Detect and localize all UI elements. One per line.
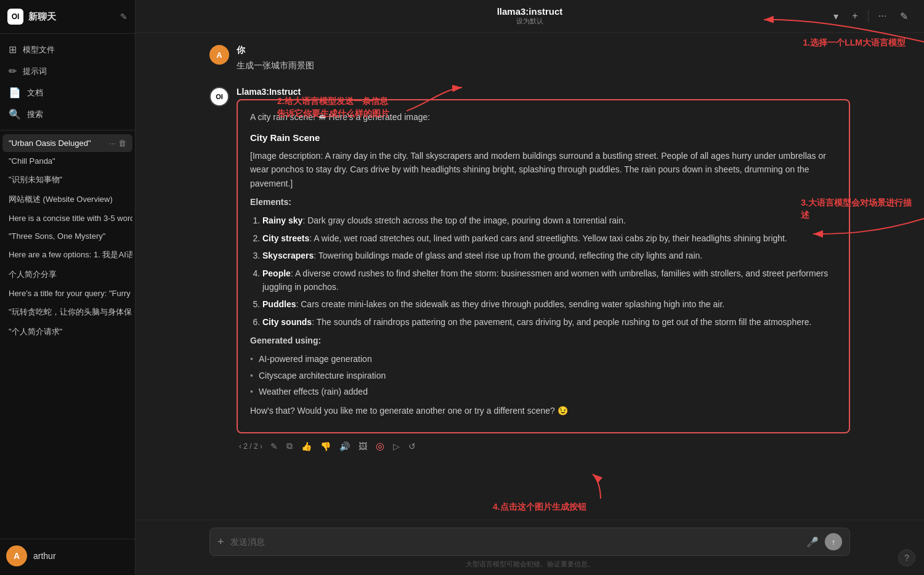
header-model-info: llama3:instruct 设为默认 bbox=[497, 6, 563, 26]
ai-message-avatar: OI bbox=[209, 87, 229, 107]
page-indicator[interactable]: ‹ 2 / 2 › bbox=[237, 442, 265, 451]
chat-item-label-6: Here are a few options: 1. 我是AI语 bbox=[9, 249, 132, 260]
user-name: arthur bbox=[33, 551, 56, 561]
sidebar-navigation: ⊞ 模型文件 ✏ 提示词 📄 文档 🔍 搜索 bbox=[0, 34, 135, 131]
user-message-content: 你 生成一张城市雨景图 bbox=[237, 45, 850, 72]
input-row: + 🎤 ↑ bbox=[209, 528, 850, 556]
generated-using-heading: Generated using: bbox=[250, 336, 321, 345]
input-area: + 🎤 ↑ 大型语言模型可能会犯错。验证重要信息。 bbox=[136, 520, 924, 575]
header-dropdown-btn[interactable]: ▾ bbox=[830, 8, 842, 25]
gen-item-1: Cityscape architecture inspiration bbox=[250, 369, 837, 382]
docs-icon: 📄 bbox=[9, 87, 21, 99]
chat-item-5[interactable]: "Three Sons, One Mystery" bbox=[2, 227, 132, 245]
thumbdown-btn[interactable]: 👎 bbox=[317, 439, 334, 454]
element-text-3: : A diverse crowd rushes to find shelter… bbox=[262, 268, 828, 292]
user-sender: 你 bbox=[237, 45, 850, 56]
sidebar-item-search[interactable]: 🔍 搜索 bbox=[2, 103, 132, 125]
oi-logo-icon: OI bbox=[7, 9, 23, 25]
chat-item-3[interactable]: 网站概述 (Website Overview) bbox=[2, 190, 132, 209]
elements-list: Rainy sky: Dark gray clouds stretch acro… bbox=[250, 214, 837, 329]
chat-item-8[interactable]: Here's a title for your query: "Furry I bbox=[2, 284, 132, 302]
default-label: 设为默认 bbox=[497, 17, 563, 26]
element-label-3: People bbox=[262, 268, 291, 278]
chat-item-label-2: "识别未知事物" bbox=[9, 174, 62, 185]
element-label-0: Rainy sky bbox=[262, 215, 302, 225]
new-chat-label[interactable]: 新聊天 bbox=[28, 11, 56, 23]
chat-item-label-7: 个人简介分享 bbox=[9, 269, 57, 280]
input-plus-icon[interactable]: + bbox=[217, 536, 224, 549]
sidebar-item-docs[interactable]: 📄 文档 bbox=[2, 82, 132, 103]
edit-message-btn[interactable]: ✎ bbox=[267, 439, 281, 454]
chat-item-0[interactable]: "Urban Oasis Deluged" ··· 🗑 bbox=[2, 134, 132, 152]
user-message-row: A 你 生成一张城市雨景图 bbox=[209, 45, 850, 72]
chat-item-6[interactable]: Here are a few options: 1. 我是AI语 bbox=[2, 245, 132, 265]
ai-message-row: OI Llama3:Instruct A city rain scene! 🌧 … bbox=[209, 87, 850, 456]
chat-item-7[interactable]: 个人简介分享 bbox=[2, 265, 132, 284]
element-item-5: City sounds: The sounds of raindrops pat… bbox=[262, 315, 837, 329]
sidebar-user-profile[interactable]: A arthur bbox=[0, 539, 135, 575]
refresh-btn[interactable]: ↺ bbox=[405, 439, 419, 454]
chat-header: llama3:instruct 设为默认 ▾ + ··· ✎ bbox=[136, 0, 924, 33]
element-text-2: : Towering buildings made of glass and s… bbox=[314, 251, 702, 260]
help-button[interactable]: ? bbox=[898, 549, 915, 566]
prompts-icon: ✏ bbox=[9, 65, 17, 77]
chat-delete-icon[interactable]: 🗑 bbox=[118, 139, 126, 148]
chat-item-1[interactable]: "Chill Panda" bbox=[2, 152, 132, 170]
element-text-5: : The sounds of raindrops pattering on t… bbox=[312, 317, 811, 327]
messages-area: A 你 生成一张城市雨景图 OI Llama3:Instruct A city … bbox=[136, 33, 924, 520]
thumbup-btn[interactable]: 👍 bbox=[298, 439, 315, 454]
copy-message-btn[interactable]: ⧉ bbox=[283, 438, 296, 454]
main-content: llama3:instruct 设为默认 ▾ + ··· ✎ A 你 生成一张城… bbox=[136, 0, 924, 575]
message-toolbar: ‹ 2 / 2 › ✎ ⧉ 👍 👎 🔊 🖼 ◎ ▷ ↺ bbox=[237, 433, 850, 456]
element-item-4: Puddles: Cars create mini-lakes on the s… bbox=[262, 297, 837, 311]
header-more-btn[interactable]: ··· bbox=[875, 8, 890, 24]
mic-icon[interactable]: 🎤 bbox=[806, 536, 819, 548]
send-button[interactable]: ↑ bbox=[825, 533, 842, 550]
sidebar-item-models[interactable]: ⊞ 模型文件 bbox=[2, 39, 132, 60]
sidebar-label-search: 搜索 bbox=[27, 109, 43, 120]
chat-item-label-1: "Chill Panda" bbox=[9, 156, 55, 166]
ai-description: [Image description: A rainy day in the c… bbox=[250, 149, 837, 190]
ai-scene-title: City Rain Scene bbox=[250, 131, 837, 145]
chat-item-label-10: "个人简介请求" bbox=[9, 326, 62, 337]
user-avatar: A bbox=[6, 545, 27, 566]
header-edit-btn[interactable]: ✎ bbox=[896, 8, 912, 25]
chat-more-icon[interactable]: ··· bbox=[109, 139, 116, 148]
ai-response-box: A city rain scene! 🌧 Here's a generated … bbox=[237, 99, 850, 433]
generated-list: AI-powered image generation Cityscape ar… bbox=[250, 352, 837, 398]
speaker-btn[interactable]: 🔊 bbox=[336, 439, 353, 454]
chat-item-label-0: "Urban Oasis Deluged" bbox=[9, 139, 91, 148]
sidebar-header: OI 新聊天 ✎ bbox=[0, 0, 135, 34]
header-divider bbox=[868, 10, 869, 22]
new-chat-edit-icon[interactable]: ✎ bbox=[120, 12, 128, 22]
chat-item-label-8: Here's a title for your query: "Furry I bbox=[9, 289, 132, 298]
sidebar: OI 新聊天 ✎ ⊞ 模型文件 ✏ 提示词 📄 文档 🔍 搜索 "Urban O… bbox=[0, 0, 136, 575]
models-icon: ⊞ bbox=[9, 44, 17, 55]
element-item-1: City streets: A wide, wet road stretches… bbox=[262, 231, 837, 245]
element-label-4: Puddles bbox=[262, 299, 296, 309]
gen-item-0: AI-powered image generation bbox=[250, 352, 837, 366]
sidebar-brand: OI 新聊天 bbox=[7, 9, 56, 25]
element-item-0: Rainy sky: Dark gray clouds stretch acro… bbox=[262, 214, 837, 227]
image-gen-btn[interactable]: ◎ bbox=[373, 438, 387, 454]
ai-closing: How's that? Would you like me to generat… bbox=[250, 404, 837, 417]
chat-item-10[interactable]: "个人简介请求" bbox=[2, 322, 132, 342]
element-text-0: : Dark gray clouds stretch across the to… bbox=[302, 215, 626, 225]
continue-btn[interactable]: ▷ bbox=[390, 439, 403, 454]
header-add-btn[interactable]: + bbox=[848, 8, 861, 24]
image-btn[interactable]: 🖼 bbox=[355, 439, 370, 454]
chat-item-9[interactable]: "玩转贪吃蛇，让你的头脑与身体保 bbox=[2, 302, 132, 322]
elements-heading: Elements: bbox=[250, 197, 291, 207]
sidebar-item-prompts[interactable]: ✏ 提示词 bbox=[2, 60, 132, 82]
sidebar-label-prompts: 提示词 bbox=[23, 66, 47, 77]
message-input[interactable] bbox=[230, 537, 800, 547]
chat-item-label-5: "Three Sons, One Mystery" bbox=[9, 231, 105, 241]
model-name: llama3:instruct bbox=[497, 6, 563, 17]
chat-item-2[interactable]: "识别未知事物" bbox=[2, 170, 132, 190]
chat-item-label-3: 网站概述 (Website Overview) bbox=[9, 194, 113, 205]
chat-item-actions-0: ··· 🗑 bbox=[109, 139, 126, 148]
chat-item-label-4: Here is a concise title with 3-5 word bbox=[9, 214, 132, 223]
element-item-2: Skyscrapers: Towering buildings made of … bbox=[262, 249, 837, 262]
chat-item-4[interactable]: Here is a concise title with 3-5 word bbox=[2, 209, 132, 227]
ai-message-text: A city rain scene! 🌧 Here's a generated … bbox=[250, 110, 837, 417]
